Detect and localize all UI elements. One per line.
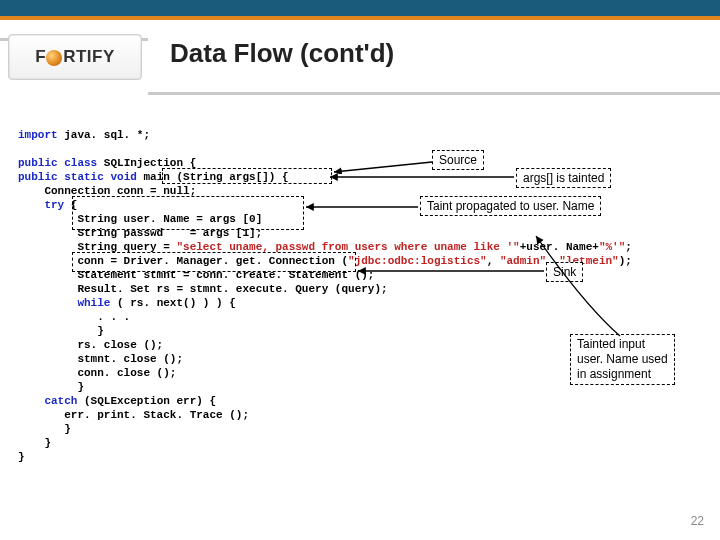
str: "%'" xyxy=(599,241,625,253)
kw-public: public xyxy=(18,157,58,169)
header: FRTIFY Data Flow (cont'd) xyxy=(0,20,720,98)
kw-while: while xyxy=(77,297,110,309)
dash-main-sig xyxy=(162,168,332,184)
logo-text-post: RTIFY xyxy=(63,47,115,67)
t: err. print. Stack. Trace (); xyxy=(18,409,249,421)
t: } xyxy=(18,423,71,435)
t: rs. close (); xyxy=(18,339,163,351)
t: } xyxy=(18,451,25,463)
slide-title: Data Flow (cont'd) xyxy=(170,38,394,69)
t: . . . xyxy=(18,311,130,323)
t xyxy=(18,395,44,407)
kw-try: try xyxy=(44,199,64,211)
top-accent-bar xyxy=(0,0,720,20)
gray-rule xyxy=(148,92,720,95)
dash-try-block xyxy=(72,196,304,230)
t: stmnt. close (); xyxy=(18,353,183,365)
kw-static: static xyxy=(64,171,104,183)
t: ( rs. next() ) ) { xyxy=(110,297,235,309)
t xyxy=(18,297,77,309)
t: } xyxy=(18,325,104,337)
logo-orb-icon xyxy=(46,50,62,66)
t: (SQLException err) { xyxy=(77,395,216,407)
t: } xyxy=(18,381,84,393)
slide-number: 22 xyxy=(691,514,704,528)
t: java. sql. *; xyxy=(58,129,150,141)
kw-class: class xyxy=(64,157,97,169)
callout-taint-prop: Taint propagated to user. Name xyxy=(420,196,601,216)
kw-void: void xyxy=(110,171,136,183)
callout-sink: Sink xyxy=(546,262,583,282)
kw-public: public xyxy=(18,171,58,183)
t: ); xyxy=(619,255,632,267)
str: "jdbc:odbc:logistics" xyxy=(348,255,487,267)
kw-import: import xyxy=(18,129,58,141)
callout-args-tainted: args[] is tainted xyxy=(516,168,611,188)
dash-stmt-block xyxy=(72,252,356,272)
t: ; xyxy=(625,241,632,253)
fortify-logo: FRTIFY xyxy=(8,34,142,80)
kw-catch: catch xyxy=(44,395,77,407)
t: conn. close (); xyxy=(18,367,176,379)
code-concat-username: +user. Name+ xyxy=(520,241,599,253)
callout-tainted-input-text: Tainted input user. Name used in assignm… xyxy=(577,337,668,381)
callout-tainted-input: Tainted input user. Name used in assignm… xyxy=(570,334,675,385)
code-execute-query: Result. Set rs = stmnt. execute. Query (… xyxy=(18,283,388,295)
t: } xyxy=(18,437,51,449)
logo-text-pre: F xyxy=(35,47,46,67)
t xyxy=(18,199,44,211)
t: , xyxy=(487,255,500,267)
str: "admin" xyxy=(500,255,546,267)
callout-source: Source xyxy=(432,150,484,170)
